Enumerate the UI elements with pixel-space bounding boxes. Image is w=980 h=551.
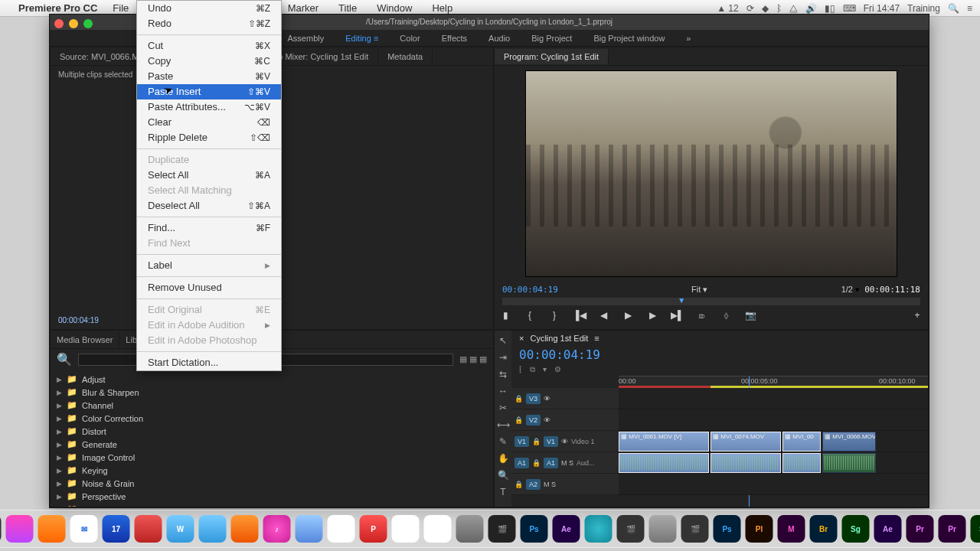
selection-tool-icon[interactable]: ↖ — [499, 335, 507, 346]
dock-app-icon[interactable]: Br — [810, 515, 838, 543]
dropbox-icon[interactable]: ◆ — [762, 3, 769, 14]
audio-clip[interactable] — [822, 453, 876, 473]
adobe-cc-icon[interactable]: ▲ 12 — [717, 3, 739, 14]
video-clip[interactable]: ▦ MVI_00 — [782, 432, 821, 452]
keyboard-icon[interactable]: ⌨ — [843, 3, 856, 14]
volume-icon[interactable]: 🔊 — [805, 3, 817, 14]
audio-clip[interactable] — [710, 453, 781, 473]
export-frame-icon[interactable]: 📷 — [744, 310, 756, 321]
workspace-overflow-icon[interactable]: » — [686, 34, 691, 43]
effects-folder[interactable]: ▶📁Channel — [57, 399, 487, 412]
clock[interactable]: Fri 14:47 — [864, 3, 900, 14]
video-track-header[interactable]: V1 🔒 V1 👁 Video 1 — [511, 431, 619, 452]
dock-app-icon[interactable]: P — [360, 515, 387, 543]
extract-icon[interactable]: ⎀ — [720, 310, 732, 321]
effects-folder[interactable]: ▶📁Keying — [57, 464, 487, 477]
go-to-in-icon[interactable]: ▐◀ — [573, 310, 585, 321]
dock-app-icon[interactable]: Pr — [906, 515, 934, 543]
video-track-header[interactable]: 🔒 V3 👁 — [511, 388, 619, 409]
dock-app-icon[interactable] — [424, 515, 452, 543]
play-icon[interactable]: ▶ — [622, 310, 634, 321]
dock-app-icon[interactable] — [328, 515, 355, 543]
dock-app-icon[interactable]: ✉ — [70, 515, 98, 543]
dock-app-icon[interactable]: Pl — [746, 515, 773, 543]
dock-app-icon[interactable]: 🎬 — [617, 515, 645, 543]
audio-clip[interactable] — [619, 453, 709, 473]
edit-menu-item[interactable]: Paste⌘V — [137, 69, 281, 84]
settings-icon[interactable]: ⚙ — [554, 365, 561, 374]
user-name[interactable]: Training — [907, 3, 940, 14]
program-tab[interactable]: Program: Cycling 1st Edit — [495, 49, 609, 64]
effects-folder[interactable]: ▶📁Blur & Sharpen — [57, 386, 487, 399]
mark-in-icon[interactable]: ▮ — [499, 310, 511, 321]
edit-menu-item[interactable]: Paste Attributes...⌥⌘V — [137, 99, 281, 115]
dock-app-icon[interactable] — [649, 515, 677, 543]
hand-tool-icon[interactable]: ✋ — [498, 453, 509, 464]
slip-tool-icon[interactable]: ⟷ — [497, 419, 510, 430]
rate-stretch-tool-icon[interactable]: ↔ — [498, 386, 508, 396]
dock-app-icon[interactable] — [6, 515, 34, 543]
dock-app-icon[interactable]: Ae — [874, 515, 902, 543]
dock-app-icon[interactable]: Sg — [971, 515, 981, 543]
effects-folder[interactable]: ▶📁Noise & Grain — [57, 477, 487, 490]
audio-track[interactable] — [619, 452, 928, 474]
effects-folder[interactable]: ▶📁Color Correction — [57, 412, 487, 425]
workspace-audio[interactable]: Audio — [488, 34, 510, 43]
dock-app-icon[interactable] — [585, 515, 612, 543]
edit-menu-item[interactable]: Clear⌫ — [137, 115, 281, 130]
close-icon[interactable] — [54, 19, 64, 28]
edit-menu-item[interactable]: Find...⌘F — [137, 220, 281, 236]
step-back-icon[interactable]: ◀ — [597, 310, 609, 321]
time-ruler[interactable]: 00:0000:00:05:0000:00:10:0000:00:15 — [619, 376, 928, 388]
mark-out-icon[interactable]: { — [524, 310, 536, 321]
workspace-color[interactable]: Color — [400, 34, 420, 43]
wifi-icon[interactable]: ⧋ — [789, 3, 798, 14]
workspace-effects[interactable]: Effects — [442, 34, 467, 43]
edit-menu-item[interactable]: Label — [137, 258, 281, 273]
workspace-big-project-window[interactable]: Big Project window — [593, 34, 665, 43]
workspace-assembly[interactable]: Assembly — [288, 34, 325, 43]
dock-app-icon[interactable]: Ps — [521, 515, 548, 543]
bluetooth-icon[interactable]: ᛒ — [776, 3, 782, 14]
mark-clip-icon[interactable]: } — [548, 310, 560, 321]
video-track-header[interactable]: 🔒 V2 👁 — [511, 409, 619, 431]
dock-app-icon[interactable]: Ae — [553, 515, 580, 543]
dock-app-icon[interactable]: 17 — [103, 515, 130, 543]
lift-icon[interactable]: ⎄ — [695, 310, 707, 321]
edit-menu-item[interactable]: Start Dictation... — [137, 355, 281, 370]
add-button-icon[interactable]: + — [911, 310, 923, 321]
edit-menu-item[interactable]: Redo⇧⌘Z — [137, 16, 281, 31]
dock-app-icon[interactable]: M — [778, 515, 805, 543]
dock-app-icon[interactable]: Pr — [939, 515, 966, 543]
zoom-dropdown[interactable]: 1/2 — [841, 285, 853, 294]
audio-track[interactable] — [619, 474, 928, 495]
dock-app-icon[interactable]: ♪ — [263, 515, 291, 543]
edit-menu-item[interactable]: Ripple Delete⇧⌫ — [137, 130, 281, 145]
effects-tab[interactable]: Media Browser — [51, 332, 119, 347]
spotlight-icon[interactable]: 🔍 — [948, 3, 959, 14]
dock-app-icon[interactable] — [456, 515, 484, 543]
program-tc-in[interactable]: 00:00:04:19 — [502, 285, 558, 295]
sync-icon[interactable]: ⟳ — [746, 3, 754, 14]
playhead-marker-icon[interactable]: ▼ — [678, 296, 685, 305]
ripple-tool-icon[interactable]: ⇆ — [499, 369, 507, 380]
effects-folder[interactable]: ▶📁Adjust — [57, 373, 487, 386]
workspace-editing[interactable]: Editing ≡ — [345, 34, 378, 43]
dock-app-icon[interactable]: 🎬 — [488, 515, 516, 543]
track-select-tool-icon[interactable]: ⇥ — [499, 352, 507, 363]
timeline-timecode[interactable]: 00:00:04:19 — [511, 346, 928, 364]
edit-menu-item[interactable]: Undo⌘Z — [137, 1, 281, 16]
audio-track-header[interactable]: A1 🔒 A1 M S Aud... — [511, 452, 619, 474]
snap-icon[interactable]: ⁅ — [519, 365, 522, 374]
razor-tool-icon[interactable]: ✂ — [499, 403, 507, 413]
effects-folder[interactable]: ▶📁Stylize — [57, 503, 487, 507]
video-track[interactable] — [619, 388, 928, 409]
edit-menu-item[interactable]: Copy⌘C — [137, 54, 281, 69]
dock-app-icon[interactable] — [199, 515, 227, 543]
dock-app-icon[interactable] — [392, 515, 420, 543]
audio-track-header[interactable]: 🔒 A2 M S — [511, 474, 619, 495]
dock-app-icon[interactable] — [135, 515, 162, 543]
minimize-icon[interactable] — [69, 19, 78, 28]
fx-badge-icons[interactable]: ▦ ▦ ▦ — [459, 354, 487, 364]
pen-tool-icon[interactable]: ✎ — [499, 436, 507, 447]
